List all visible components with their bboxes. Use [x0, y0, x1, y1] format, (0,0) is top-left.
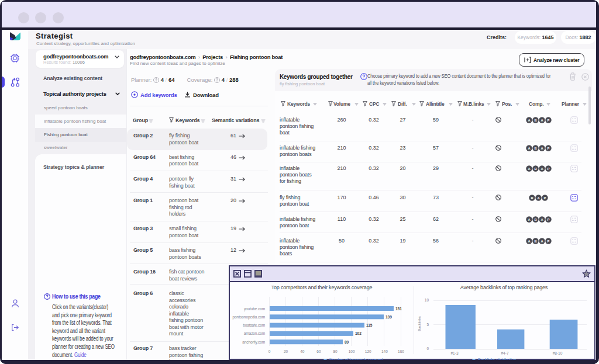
svg-text:89: 89 [345, 340, 349, 344]
svg-text:B: B [534, 217, 536, 221]
svg-text:B: B [534, 239, 536, 242]
svg-text:P: P [548, 118, 550, 122]
svg-text:P: P [548, 146, 550, 150]
svg-text:139: 139 [385, 315, 392, 319]
svg-text:B: B [534, 146, 536, 150]
svg-text:102: 102 [355, 331, 362, 335]
svg-text:B: B [534, 167, 536, 170]
svg-text:P: P [548, 217, 550, 221]
svg-text:B: B [531, 196, 533, 199]
svg-text:P: P [548, 239, 550, 242]
svg-text:P: P [544, 196, 546, 199]
svg-text:P: P [548, 167, 550, 170]
svg-text:B: B [534, 118, 536, 122]
svg-text:115: 115 [366, 323, 373, 327]
svg-text:151: 151 [395, 307, 402, 311]
